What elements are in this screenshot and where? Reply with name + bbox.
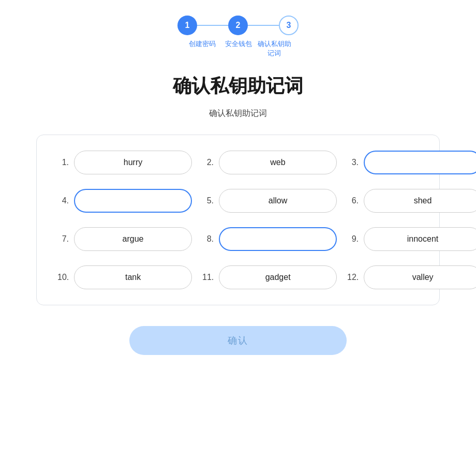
- word-input-3[interactable]: [364, 151, 476, 174]
- word-index: 2.: [202, 158, 214, 167]
- word-row: 2.: [202, 151, 337, 174]
- step-1-label: 创建密码: [182, 39, 222, 49]
- word-input-1[interactable]: [74, 151, 192, 174]
- word-input-11[interactable]: [219, 265, 337, 289]
- word-row: 10.: [57, 265, 192, 289]
- word-row: 3.: [347, 151, 476, 174]
- word-row: 11.: [202, 265, 337, 289]
- page-subtitle: 确认私钥助记词: [209, 108, 267, 119]
- page-title: 确认私钥助记词: [173, 73, 303, 99]
- step-1-circle: 1: [177, 16, 197, 35]
- word-row: 7.: [57, 227, 192, 251]
- word-index: 3.: [347, 158, 359, 167]
- word-row: 5.: [202, 189, 337, 213]
- word-index: 7.: [57, 234, 69, 244]
- step-3-label: 确认私钥助记词: [255, 39, 294, 58]
- step-line-1: [197, 25, 228, 26]
- step-line-2: [248, 25, 279, 26]
- word-input-8[interactable]: [219, 227, 337, 251]
- word-input-10[interactable]: [74, 265, 192, 289]
- step-3-circle: 3: [279, 16, 299, 35]
- word-card: 1.2.3.4.5.6.7.8.9.10.11.12.: [36, 135, 440, 305]
- word-row: 1.: [57, 151, 192, 174]
- stepper-circles: 1 2 3: [177, 16, 299, 35]
- word-index: 12.: [347, 273, 359, 282]
- word-index: 5.: [202, 196, 214, 205]
- word-input-2[interactable]: [219, 151, 337, 174]
- stepper: 1 2 3 创建密码 安全钱包 确认私钥助记词: [177, 16, 299, 58]
- page-container: 1 2 3 创建密码 安全钱包 确认私钥助记词 确认私钥助记词 确认私钥助记词 …: [10, 16, 466, 355]
- word-row: 9.: [347, 227, 476, 251]
- word-input-7[interactable]: [74, 227, 192, 251]
- word-index: 9.: [347, 234, 359, 244]
- word-input-5[interactable]: [219, 189, 337, 213]
- step-2-label: 安全钱包: [222, 39, 255, 49]
- confirm-button[interactable]: 确认: [129, 326, 347, 355]
- word-input-4[interactable]: [74, 189, 192, 213]
- word-input-12[interactable]: [364, 265, 476, 289]
- word-index: 1.: [57, 158, 69, 167]
- word-row: 8.: [202, 227, 337, 251]
- step-2-circle: 2: [228, 16, 248, 35]
- word-index: 6.: [347, 196, 359, 205]
- word-row: 12.: [347, 265, 476, 289]
- word-input-6[interactable]: [364, 189, 476, 213]
- stepper-labels: 创建密码 安全钱包 确认私钥助记词: [182, 39, 294, 58]
- word-index: 4.: [57, 196, 69, 205]
- word-index: 10.: [57, 273, 69, 282]
- word-grid: 1.2.3.4.5.6.7.8.9.10.11.12.: [57, 151, 419, 289]
- word-input-9[interactable]: [364, 227, 476, 251]
- word-index: 8.: [202, 234, 214, 244]
- word-index: 11.: [202, 273, 214, 282]
- word-row: 4.: [57, 189, 192, 213]
- word-row: 6.: [347, 189, 476, 213]
